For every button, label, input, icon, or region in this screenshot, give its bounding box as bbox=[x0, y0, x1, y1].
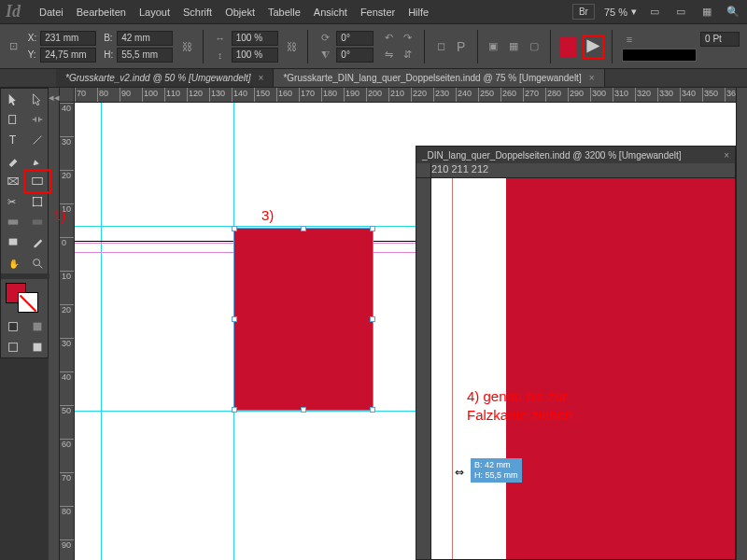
svg-marker-0 bbox=[587, 39, 600, 52]
flip-h-icon[interactable]: ⇋ bbox=[381, 48, 396, 63]
rotate-cw-icon[interactable]: ↷ bbox=[400, 31, 415, 46]
zoom-tool[interactable] bbox=[25, 253, 49, 273]
hand-tool[interactable]: ✋ bbox=[1, 253, 25, 273]
guide-vertical[interactable] bbox=[101, 103, 102, 560]
red-rectangle-zoomed[interactable] bbox=[506, 178, 735, 559]
color-swatch-area[interactable] bbox=[1, 279, 49, 316]
svg-text:T: T bbox=[9, 133, 17, 147]
flip-v-icon[interactable]: ⇵ bbox=[400, 48, 415, 63]
scale-x-input[interactable] bbox=[232, 31, 278, 46]
svg-text:✂: ✂ bbox=[7, 196, 16, 207]
zoom-value: 75 % bbox=[604, 7, 627, 18]
rectangle-tool[interactable] bbox=[25, 171, 49, 191]
selection-tool[interactable] bbox=[1, 89, 25, 109]
link-scale-icon[interactable]: ⛓ bbox=[286, 39, 299, 54]
fold-line bbox=[452, 178, 453, 559]
float-canvas[interactable]: ⇔ B: 42 mm H: 55,5 mm bbox=[431, 178, 735, 559]
rotate-input[interactable] bbox=[336, 31, 374, 46]
page-tool[interactable] bbox=[1, 109, 25, 130]
ruler-origin[interactable] bbox=[416, 163, 431, 178]
svg-text:✋: ✋ bbox=[8, 259, 20, 270]
pencil-tool[interactable] bbox=[25, 150, 49, 171]
view-mode-icon[interactable]: ▭ bbox=[646, 4, 663, 21]
panel-dock-right[interactable] bbox=[736, 88, 747, 560]
normal-view-icon[interactable] bbox=[1, 337, 25, 357]
doc-tab-label: *Grusskarte_v2.indd @ 50 % [Umgewandelt] bbox=[65, 73, 251, 83]
rotate-ccw-icon[interactable]: ↶ bbox=[381, 31, 396, 46]
w-label: B: bbox=[104, 33, 113, 43]
gradient-feather-tool[interactable] bbox=[25, 212, 49, 232]
h-input[interactable] bbox=[117, 48, 173, 63]
screen-mode-icon[interactable]: ▭ bbox=[672, 4, 689, 21]
y-input[interactable] bbox=[40, 48, 96, 63]
type-tool[interactable]: T bbox=[1, 130, 25, 150]
resize-cursor-icon: ⇔ bbox=[455, 466, 464, 479]
scale-y-input[interactable] bbox=[232, 48, 278, 63]
stroke-swatch[interactable] bbox=[18, 292, 38, 313]
red-rectangle[interactable] bbox=[233, 228, 374, 411]
x-input[interactable] bbox=[40, 31, 96, 46]
w-input[interactable] bbox=[117, 31, 173, 46]
ruler-origin[interactable] bbox=[60, 88, 75, 103]
svg-rect-22 bbox=[9, 343, 18, 352]
menu-layout[interactable]: Layout bbox=[139, 7, 170, 18]
direct-selection-tool[interactable] bbox=[25, 89, 49, 109]
gradient-swatch-tool[interactable] bbox=[1, 212, 25, 232]
svg-rect-7 bbox=[33, 178, 43, 185]
menu-objekt[interactable]: Objekt bbox=[225, 7, 255, 18]
float-ruler-v[interactable] bbox=[416, 178, 431, 559]
line-tool[interactable] bbox=[25, 130, 49, 150]
menu-hilfe[interactable]: Hilfe bbox=[408, 7, 429, 18]
menu-bearbeiten[interactable]: Bearbeiten bbox=[77, 7, 126, 18]
menu-schrift[interactable]: Schrift bbox=[183, 7, 212, 18]
close-icon[interactable]: × bbox=[259, 73, 264, 83]
note-tool[interactable] bbox=[1, 232, 25, 253]
fit-frame-icon[interactable]: ▦ bbox=[507, 39, 520, 54]
menu-datei[interactable]: Datei bbox=[39, 7, 63, 18]
arrange-icon[interactable]: ▦ bbox=[698, 4, 715, 21]
h-label: H: bbox=[104, 49, 113, 60]
panel-collapse-left[interactable]: ◂◂ bbox=[49, 88, 60, 560]
rectangle-frame-tool[interactable] bbox=[1, 171, 25, 191]
apply-gradient-icon[interactable] bbox=[25, 316, 49, 337]
menu-ansicht[interactable]: Ansicht bbox=[314, 7, 347, 18]
center-content-icon[interactable]: ▢ bbox=[528, 39, 541, 54]
select-content-icon[interactable]: P bbox=[455, 39, 468, 54]
doc-tab-1[interactable]: *Grusskarte_v2.indd @ 50 % [Umgewandelt]… bbox=[56, 69, 274, 87]
gap-tool[interactable] bbox=[25, 109, 49, 130]
menu-fenster[interactable]: Fenster bbox=[360, 7, 395, 18]
apply-color-icon[interactable] bbox=[1, 316, 25, 337]
float-ruler-h[interactable]: 210 211 212 bbox=[431, 163, 735, 178]
search-icon[interactable]: 🔍 bbox=[725, 4, 741, 21]
link-wh-icon[interactable]: ⛓ bbox=[180, 39, 193, 54]
reference-point-icon[interactable]: ⊡ bbox=[7, 39, 21, 54]
ruler-vertical[interactable]: 403020100102030405060708090100 bbox=[60, 103, 75, 560]
bridge-button[interactable]: Br bbox=[572, 4, 595, 20]
float-titlebar[interactable]: _DIN_lang_quer_Doppelseiten.indd @ 3200 … bbox=[416, 147, 735, 163]
zoom-level[interactable]: 75 % ▾ bbox=[604, 6, 637, 18]
close-icon[interactable]: × bbox=[724, 150, 729, 161]
preview-view-icon[interactable] bbox=[25, 337, 49, 357]
scissors-tool[interactable]: ✂ bbox=[1, 191, 25, 212]
ruler-tick: 212 bbox=[472, 163, 488, 175]
stroke-weight-input[interactable] bbox=[700, 32, 740, 47]
tooltip-height: H: 55,5 mm bbox=[474, 470, 518, 481]
formatting-affects-icon[interactable] bbox=[585, 36, 602, 57]
svg-line-3 bbox=[34, 136, 42, 145]
floating-document-window[interactable]: _DIN_lang_quer_Doppelseiten.indd @ 3200 … bbox=[416, 146, 736, 560]
eyedropper-tool[interactable] bbox=[25, 232, 49, 253]
ruler-horizontal[interactable]: 7080901001101201301401501601701801902002… bbox=[75, 88, 736, 103]
doc-tab-2[interactable]: *Grusskarte_DIN_lang_quer_Doppelseiten.i… bbox=[274, 69, 604, 87]
svg-rect-9 bbox=[34, 198, 42, 206]
fit-content-icon[interactable]: ▣ bbox=[486, 39, 500, 54]
select-container-icon[interactable]: ◻ bbox=[434, 39, 447, 54]
chevron-down-icon: ▾ bbox=[631, 6, 637, 18]
menu-tabelle[interactable]: Tabelle bbox=[268, 7, 301, 18]
free-transform-tool[interactable] bbox=[25, 191, 49, 212]
shear-input[interactable] bbox=[336, 48, 374, 63]
stroke-style-select[interactable] bbox=[622, 49, 697, 62]
close-icon[interactable]: × bbox=[589, 73, 595, 83]
pen-tool[interactable] bbox=[1, 150, 25, 171]
scale-x-icon: ↔ bbox=[213, 31, 228, 46]
fill-color-swatch[interactable] bbox=[560, 36, 578, 57]
